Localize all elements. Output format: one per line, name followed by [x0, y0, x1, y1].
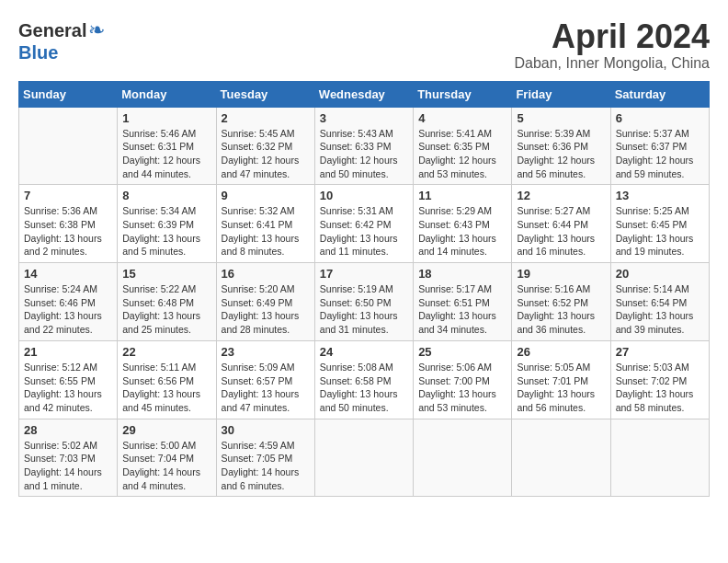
weekday-header-sunday: Sunday — [19, 81, 118, 107]
day-cell: 2Sunrise: 5:45 AM Sunset: 6:32 PM Daylig… — [216, 107, 314, 185]
weekday-header-friday: Friday — [512, 81, 610, 107]
day-info: Sunrise: 5:25 AM Sunset: 6:45 PM Dayligh… — [616, 204, 704, 259]
calendar-body: 1Sunrise: 5:46 AM Sunset: 6:31 PM Daylig… — [19, 107, 710, 497]
location-title: Daban, Inner Mongolia, China — [514, 55, 710, 72]
day-number: 1 — [122, 111, 210, 125]
month-title: April 2024 — [514, 18, 710, 55]
day-info: Sunrise: 5:14 AM Sunset: 6:54 PM Dayligh… — [616, 282, 704, 337]
day-cell: 23Sunrise: 5:09 AM Sunset: 6:57 PM Dayli… — [216, 340, 314, 419]
day-number: 8 — [122, 189, 210, 202]
week-row-5: 28Sunrise: 5:02 AM Sunset: 7:03 PM Dayli… — [19, 419, 710, 497]
week-row-1: 1Sunrise: 5:46 AM Sunset: 6:31 PM Daylig… — [19, 107, 710, 185]
day-number: 7 — [24, 189, 112, 202]
day-info: Sunrise: 5:12 AM Sunset: 6:55 PM Dayligh… — [24, 361, 112, 415]
day-info: Sunrise: 5:17 AM Sunset: 6:51 PM Dayligh… — [418, 282, 506, 337]
day-cell: 12Sunrise: 5:27 AM Sunset: 6:44 PM Dayli… — [512, 185, 610, 263]
day-cell: 28Sunrise: 5:02 AM Sunset: 7:03 PM Dayli… — [19, 419, 118, 497]
day-info: Sunrise: 5:08 AM Sunset: 6:58 PM Dayligh… — [320, 361, 408, 415]
day-number: 27 — [616, 345, 704, 359]
day-cell: 30Sunrise: 4:59 AM Sunset: 7:05 PM Dayli… — [216, 419, 314, 497]
day-number: 2 — [222, 111, 310, 125]
day-number: 16 — [222, 267, 310, 281]
day-cell — [414, 419, 512, 497]
day-number: 11 — [418, 189, 506, 202]
day-number: 17 — [320, 267, 408, 281]
day-cell: 19Sunrise: 5:16 AM Sunset: 6:52 PM Dayli… — [512, 263, 610, 341]
day-info: Sunrise: 5:32 AM Sunset: 6:41 PM Dayligh… — [222, 204, 310, 259]
weekday-header-wednesday: Wednesday — [314, 81, 413, 107]
day-number: 10 — [320, 189, 408, 202]
week-row-2: 7Sunrise: 5:36 AM Sunset: 6:38 PM Daylig… — [19, 185, 710, 263]
day-info: Sunrise: 5:22 AM Sunset: 6:48 PM Dayligh… — [122, 282, 210, 337]
day-info: Sunrise: 5:00 AM Sunset: 7:04 PM Dayligh… — [122, 439, 210, 493]
day-info: Sunrise: 5:16 AM Sunset: 6:52 PM Dayligh… — [517, 282, 605, 337]
week-row-4: 21Sunrise: 5:12 AM Sunset: 6:55 PM Dayli… — [19, 340, 710, 419]
day-cell: 26Sunrise: 5:05 AM Sunset: 7:01 PM Dayli… — [512, 340, 610, 419]
day-info: Sunrise: 4:59 AM Sunset: 7:05 PM Dayligh… — [222, 439, 310, 493]
logo: General ❧ Blue — [18, 18, 105, 63]
day-info: Sunrise: 5:39 AM Sunset: 6:36 PM Dayligh… — [517, 127, 605, 181]
day-cell: 6Sunrise: 5:37 AM Sunset: 6:37 PM Daylig… — [610, 107, 709, 185]
day-info: Sunrise: 5:36 AM Sunset: 6:38 PM Dayligh… — [24, 204, 112, 259]
day-number: 18 — [418, 267, 506, 281]
day-number: 28 — [24, 423, 112, 437]
weekday-header-saturday: Saturday — [610, 81, 709, 107]
day-number: 6 — [616, 111, 704, 125]
day-number: 15 — [122, 267, 210, 281]
day-info: Sunrise: 5:20 AM Sunset: 6:49 PM Dayligh… — [222, 282, 310, 337]
day-info: Sunrise: 5:27 AM Sunset: 6:44 PM Dayligh… — [517, 204, 605, 259]
day-cell: 4Sunrise: 5:41 AM Sunset: 6:35 PM Daylig… — [414, 107, 512, 185]
day-cell: 15Sunrise: 5:22 AM Sunset: 6:48 PM Dayli… — [118, 263, 216, 341]
day-info: Sunrise: 5:19 AM Sunset: 6:50 PM Dayligh… — [320, 282, 408, 337]
day-info: Sunrise: 5:46 AM Sunset: 6:31 PM Dayligh… — [122, 127, 210, 181]
header: General ❧ Blue April 2024 Daban, Inner M… — [18, 18, 710, 72]
day-info: Sunrise: 5:43 AM Sunset: 6:33 PM Dayligh… — [320, 127, 408, 181]
day-info: Sunrise: 5:03 AM Sunset: 7:02 PM Dayligh… — [616, 361, 704, 415]
day-cell: 8Sunrise: 5:34 AM Sunset: 6:39 PM Daylig… — [118, 185, 216, 263]
day-cell: 17Sunrise: 5:19 AM Sunset: 6:50 PM Dayli… — [314, 263, 413, 341]
day-cell: 1Sunrise: 5:46 AM Sunset: 6:31 PM Daylig… — [118, 107, 216, 185]
day-number: 19 — [517, 267, 605, 281]
day-cell: 10Sunrise: 5:31 AM Sunset: 6:42 PM Dayli… — [314, 185, 413, 263]
day-number: 26 — [517, 345, 605, 359]
day-cell — [512, 419, 610, 497]
day-number: 21 — [24, 345, 112, 359]
day-number: 30 — [222, 423, 310, 437]
day-number: 13 — [616, 189, 704, 202]
day-number: 29 — [122, 423, 210, 437]
day-info: Sunrise: 5:05 AM Sunset: 7:01 PM Dayligh… — [517, 361, 605, 415]
day-number: 3 — [320, 111, 408, 125]
day-number: 4 — [418, 111, 506, 125]
day-cell: 20Sunrise: 5:14 AM Sunset: 6:54 PM Dayli… — [610, 263, 709, 341]
day-info: Sunrise: 5:34 AM Sunset: 6:39 PM Dayligh… — [122, 204, 210, 259]
logo-general: General — [18, 20, 86, 41]
weekday-header-thursday: Thursday — [414, 81, 512, 107]
day-number: 12 — [517, 189, 605, 202]
day-info: Sunrise: 5:31 AM Sunset: 6:42 PM Dayligh… — [320, 204, 408, 259]
day-cell: 18Sunrise: 5:17 AM Sunset: 6:51 PM Dayli… — [414, 263, 512, 341]
weekday-header-row: SundayMondayTuesdayWednesdayThursdayFrid… — [19, 81, 710, 107]
day-cell: 25Sunrise: 5:06 AM Sunset: 7:00 PM Dayli… — [414, 340, 512, 419]
weekday-header-monday: Monday — [118, 81, 216, 107]
day-cell: 22Sunrise: 5:11 AM Sunset: 6:56 PM Dayli… — [118, 340, 216, 419]
day-info: Sunrise: 5:45 AM Sunset: 6:32 PM Dayligh… — [222, 127, 310, 181]
day-cell — [610, 419, 709, 497]
day-number: 9 — [222, 189, 310, 202]
day-info: Sunrise: 5:06 AM Sunset: 7:00 PM Dayligh… — [418, 361, 506, 415]
calendar-table: SundayMondayTuesdayWednesdayThursdayFrid… — [18, 81, 710, 498]
day-cell: 5Sunrise: 5:39 AM Sunset: 6:36 PM Daylig… — [512, 107, 610, 185]
day-info: Sunrise: 5:11 AM Sunset: 6:56 PM Dayligh… — [122, 361, 210, 415]
weekday-header-tuesday: Tuesday — [216, 81, 314, 107]
day-number: 20 — [616, 267, 704, 281]
day-cell: 16Sunrise: 5:20 AM Sunset: 6:49 PM Dayli… — [216, 263, 314, 341]
day-cell: 13Sunrise: 5:25 AM Sunset: 6:45 PM Dayli… — [610, 185, 709, 263]
day-cell: 21Sunrise: 5:12 AM Sunset: 6:55 PM Dayli… — [19, 340, 118, 419]
day-cell: 7Sunrise: 5:36 AM Sunset: 6:38 PM Daylig… — [19, 185, 118, 263]
day-number: 14 — [24, 267, 112, 281]
day-cell: 14Sunrise: 5:24 AM Sunset: 6:46 PM Dayli… — [19, 263, 118, 341]
week-row-3: 14Sunrise: 5:24 AM Sunset: 6:46 PM Dayli… — [19, 263, 710, 341]
logo-blue: Blue — [18, 42, 58, 63]
day-info: Sunrise: 5:02 AM Sunset: 7:03 PM Dayligh… — [24, 439, 112, 493]
day-info: Sunrise: 5:09 AM Sunset: 6:57 PM Dayligh… — [222, 361, 310, 415]
day-info: Sunrise: 5:29 AM Sunset: 6:43 PM Dayligh… — [418, 204, 506, 259]
